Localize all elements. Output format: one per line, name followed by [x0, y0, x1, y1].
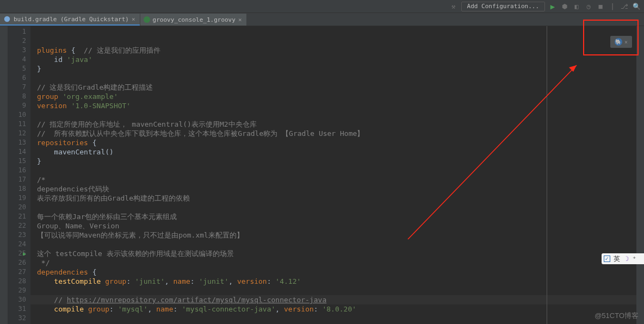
- code-line[interactable]: [37, 286, 636, 295]
- code-line[interactable]: [37, 203, 636, 212]
- line-number[interactable]: 29: [8, 286, 26, 295]
- code-line[interactable]: [37, 166, 636, 175]
- code-line[interactable]: // 这是我们Gradle构建的工程描述: [37, 83, 636, 92]
- line-number[interactable]: 15: [8, 157, 26, 166]
- line-number[interactable]: 5: [8, 64, 26, 73]
- line-number[interactable]: 1: [8, 27, 26, 36]
- line-number[interactable]: 6: [8, 73, 26, 83]
- code-line[interactable]: testCompile group: 'junit', name: 'junit…: [37, 277, 636, 286]
- line-number[interactable]: 7: [8, 83, 26, 92]
- code-line[interactable]: group 'org.example': [37, 92, 636, 101]
- close-icon[interactable]: ×: [238, 16, 242, 23]
- code-line[interactable]: [37, 314, 636, 323]
- code-line[interactable]: mavenCentral(): [37, 147, 636, 157]
- line-number[interactable]: 16: [8, 166, 26, 175]
- right-error-strip[interactable]: [636, 26, 644, 324]
- line-number[interactable]: 3: [8, 46, 26, 55]
- code-line[interactable]: repositories {: [37, 138, 636, 147]
- run-gutter-icon[interactable]: ▶: [23, 249, 26, 258]
- code-line[interactable]: 表示存放我们所有的由Gradle构建的工程的依赖: [37, 194, 636, 203]
- line-number[interactable]: 14: [8, 147, 26, 157]
- close-icon[interactable]: ×: [132, 16, 135, 23]
- gradle-file-icon: [3, 15, 11, 23]
- gradle-elephant-icon: 🐘: [615, 38, 622, 46]
- code-line[interactable]: }: [37, 157, 636, 166]
- hammer-icon[interactable]: ⚒: [449, 2, 458, 11]
- code-line[interactable]: [37, 240, 636, 249]
- line-number[interactable]: 8: [8, 92, 26, 101]
- run-config-dropdown[interactable]: Add Configuration...: [461, 2, 545, 11]
- code-line[interactable]: dependencies代码块: [37, 184, 636, 194]
- debug-icon[interactable]: ⬢: [560, 2, 569, 11]
- code-editor[interactable]: plugins { // 这是我们的应用插件 id 'java'}// 这是我们…: [30, 26, 636, 324]
- line-number[interactable]: 2: [8, 36, 26, 46]
- line-number-gutter[interactable]: 1234567891011121314151617181920212223242…: [8, 26, 30, 324]
- git-icon[interactable]: ⎇: [620, 2, 629, 11]
- code-line[interactable]: 这个 testCompile 表示该依赖的作用域是在测试编译的场景: [37, 249, 636, 258]
- line-number[interactable]: 24: [8, 240, 26, 249]
- line-number[interactable]: 26: [8, 258, 26, 267]
- line-number[interactable]: 28: [8, 277, 26, 286]
- code-line[interactable]: plugins { // 这是我们的应用插件: [37, 46, 636, 55]
- line-number[interactable]: 30: [8, 295, 26, 304]
- code-line[interactable]: version '1.0-SNAPSHOT': [37, 101, 636, 110]
- line-number[interactable]: 21: [8, 212, 26, 221]
- profile-icon[interactable]: ◷: [584, 2, 593, 11]
- line-number[interactable]: 23: [8, 230, 26, 240]
- tab-build-gradle[interactable]: build.gradle (Gradle Quickstart) ×: [0, 14, 140, 26]
- top-toolbar: ⚒ Add Configuration... ⬢ ◧ ◷ ■ | ⎇ 🔍: [0, 0, 644, 13]
- search-icon[interactable]: 🔍: [632, 2, 641, 11]
- line-number[interactable]: 17: [8, 175, 26, 184]
- code-line[interactable]: Group、Name、Version: [37, 221, 636, 230]
- code-line[interactable]: }: [37, 64, 636, 73]
- line-number[interactable]: 18: [8, 184, 26, 194]
- divider: |: [608, 2, 617, 11]
- tab-label: groovy_console_1.groovy: [153, 16, 236, 23]
- line-number[interactable]: 27: [8, 267, 26, 277]
- code-line[interactable]: id 'java': [37, 55, 636, 64]
- line-number[interactable]: 13: [8, 138, 26, 147]
- line-number[interactable]: 19: [8, 194, 26, 203]
- code-line[interactable]: // https://mvnrepository.com/artifact/my…: [37, 295, 636, 304]
- tab-groovy-console[interactable]: groovy_console_1.groovy ×: [140, 14, 246, 26]
- code-line[interactable]: // 所有依赖默认从中央仓库下载到本地仓库，这个本地仓库被Gradle称为 【G…: [37, 129, 636, 138]
- line-number[interactable]: 22: [8, 221, 26, 230]
- close-icon[interactable]: ×: [624, 39, 628, 45]
- line-number[interactable]: 20: [8, 203, 26, 212]
- editor-tabs: build.gradle (Gradle Quickstart) × groov…: [0, 13, 644, 26]
- code-line[interactable]: 【可以说等同Maven的坐标元素，只不过是由pom.xml来配置的】: [37, 230, 636, 240]
- editor-area: 1234567891011121314151617181920212223242…: [0, 26, 644, 324]
- tab-label: build.gradle (Gradle Quickstart): [14, 16, 129, 23]
- line-number[interactable]: 9: [8, 101, 26, 110]
- line-number[interactable]: 31: [8, 304, 26, 314]
- line-number[interactable]: 4: [8, 55, 26, 64]
- line-number[interactable]: 32: [8, 314, 26, 323]
- code-line[interactable]: 每一个依赖Jar包的坐标由三个基本元素组成: [37, 212, 636, 221]
- line-number[interactable]: 11: [8, 120, 26, 129]
- code-line[interactable]: [37, 110, 636, 120]
- run-icon[interactable]: [548, 2, 557, 11]
- code-line[interactable]: [37, 73, 636, 83]
- stop-icon[interactable]: ■: [596, 2, 605, 11]
- code-line[interactable]: */: [37, 258, 636, 267]
- code-line[interactable]: dependencies {: [37, 267, 636, 277]
- left-margin-strip[interactable]: [0, 26, 8, 324]
- svg-point-0: [4, 16, 10, 22]
- coverage-icon[interactable]: ◧: [572, 2, 581, 11]
- groovy-file-icon: [144, 16, 150, 23]
- line-number[interactable]: 10: [8, 110, 26, 120]
- line-number[interactable]: 12: [8, 129, 26, 138]
- code-line[interactable]: // 指定所使用的仓库地址， mavenCentral()表示使用M2中央仓库: [37, 120, 636, 129]
- code-line[interactable]: /*: [37, 175, 636, 184]
- code-line[interactable]: compile group: 'mysql', name: 'mysql-con…: [37, 304, 636, 314]
